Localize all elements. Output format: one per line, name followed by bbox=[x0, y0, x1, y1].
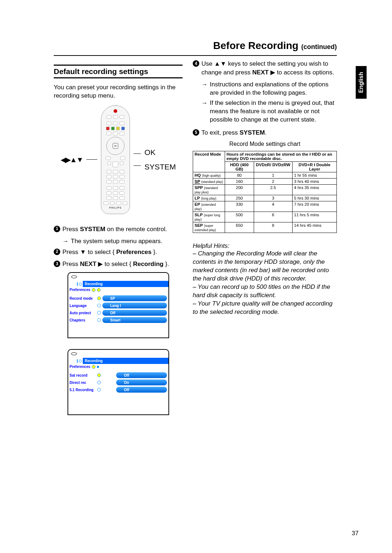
tab-recording: Recording bbox=[83, 358, 168, 364]
ok-button-label: OK bbox=[144, 148, 176, 157]
menu-value-pill: Off bbox=[102, 310, 167, 316]
step-badge-2: 2 bbox=[54, 249, 60, 255]
step-badge-1: 1 bbox=[54, 226, 60, 232]
cell-dvd: 3 bbox=[254, 195, 292, 201]
table-row: HQ (high quality) 80 1 1 hr 55 mins bbox=[193, 172, 337, 179]
step-3-text-c: ▶ to select { bbox=[97, 261, 133, 267]
step-4-result-1: → Instructions and explanations of the o… bbox=[201, 81, 337, 97]
menu-label: Sat record bbox=[70, 373, 96, 377]
record-mode-table: Record Mode Hours of recordings can be s… bbox=[193, 151, 337, 233]
cell-dvd: 2 bbox=[254, 179, 292, 185]
node-icon bbox=[97, 373, 101, 377]
menu-row: Sat record Off bbox=[70, 372, 167, 378]
page-title-main: Before Recording bbox=[213, 40, 298, 51]
step-4-result-2: → If the selection in the menu is greyed… bbox=[201, 99, 337, 124]
cell-dl: 3 hrs 40 mins bbox=[293, 179, 337, 185]
step-4-text-c: ▶ to access its options. bbox=[269, 69, 334, 76]
cell-dvd: 8 bbox=[254, 222, 292, 233]
cell-hdd: 250 bbox=[225, 195, 254, 201]
node-icon bbox=[92, 365, 95, 369]
table-row: SLP (super long play) 500 6 11 hrs 5 min… bbox=[193, 212, 337, 222]
step-1-sub: The system setup menu appears. bbox=[71, 237, 162, 246]
intro-text: You can preset your recording settings i… bbox=[54, 83, 183, 100]
table-row: SP (standard play) 160 2 3 hrs 40 mins bbox=[193, 179, 337, 185]
hints-heading: Helpful Hints: bbox=[193, 242, 337, 250]
step-1-system: SYSTEM bbox=[80, 226, 105, 233]
step-1-result: → The system setup menu appears. bbox=[62, 237, 183, 246]
cell-hdd: 650 bbox=[225, 222, 254, 233]
arrow-icon: → bbox=[201, 99, 208, 124]
cell-mode: LP (long play) bbox=[193, 195, 225, 201]
step-4-sub2: If the selection in the menu is greyed o… bbox=[210, 99, 337, 124]
tab-recording: Recording bbox=[83, 281, 168, 287]
title-rule bbox=[54, 55, 337, 56]
step-3-next: NEXT bbox=[80, 261, 96, 267]
remote-illustration: ◀▶▲▼ OK bbox=[54, 105, 183, 214]
menu-screenshot-2: Recording Preferences Sat record OffDire… bbox=[68, 349, 169, 415]
cell-hdd: 160 bbox=[225, 179, 254, 185]
step-4-sub1: Instructions and explanations of the opt… bbox=[210, 81, 337, 97]
table-header-mode: Record Mode bbox=[193, 151, 225, 172]
cell-mode: SLP (super long play) bbox=[193, 212, 225, 222]
menu-row: 5.1 Recording Off bbox=[70, 387, 167, 393]
step-badge-4: 4 bbox=[193, 60, 199, 67]
step-3-recording: Recording bbox=[133, 261, 163, 267]
hint-2: – You can record up to 500 titles on the… bbox=[193, 283, 337, 300]
step-1-text-c: on the remote control. bbox=[105, 226, 167, 233]
step-2: 2 Press ▼ to select { Preferences }. bbox=[54, 248, 183, 257]
col-hdd: HDD (400 GB) bbox=[225, 162, 254, 172]
table-row: LP (long play) 250 3 5 hrs 30 mins bbox=[193, 195, 337, 201]
menu-row: Record mode SP bbox=[70, 295, 167, 301]
arrow-icon: → bbox=[201, 81, 208, 97]
menu-row: Chapters Smart bbox=[70, 317, 167, 323]
menu-value-pill: Smart bbox=[102, 317, 167, 323]
step-1-text-a: Press bbox=[62, 226, 80, 233]
step-3-text-a: Press bbox=[62, 261, 80, 267]
cell-hdd: 80 bbox=[225, 172, 254, 179]
col-dl: DVD+R ł Double Layer bbox=[293, 162, 337, 172]
menu-row: Direct rec On bbox=[70, 380, 167, 385]
remote-control-icon: OK PHILIPS bbox=[101, 105, 130, 214]
cell-dvd: 1 bbox=[254, 172, 292, 179]
cell-dl: 7 hrs 20 mins bbox=[293, 201, 337, 212]
node-selected-icon bbox=[97, 288, 101, 292]
cell-dl: 4 hrs 35 mins bbox=[293, 185, 337, 195]
step-1: 1 Press SYSTEM on the remote control. bbox=[54, 225, 183, 234]
node-icon bbox=[92, 288, 95, 292]
step-5-system: SYSTEM bbox=[240, 129, 265, 136]
power-icon bbox=[71, 352, 77, 355]
page-content: Before Recording (continued) Default rec… bbox=[54, 40, 337, 426]
menu-label: Language bbox=[70, 304, 96, 308]
system-button-label: SYSTEM bbox=[144, 163, 176, 171]
node-icon bbox=[97, 296, 101, 300]
table-row: SPP (standard play plus) 200 2.5 4 hrs 3… bbox=[193, 185, 337, 195]
menu-value-pill: Lang I bbox=[102, 303, 167, 308]
step-3-text-e: }. bbox=[163, 261, 169, 267]
menu-row: Language Lang I bbox=[70, 303, 167, 308]
menu-value-pill: Off bbox=[116, 387, 167, 393]
page-title: Before Recording (continued) bbox=[54, 40, 337, 52]
cell-dvd: 6 bbox=[254, 212, 292, 222]
step-4: 4 Use ▲▼ keys to select the setting you … bbox=[193, 60, 337, 77]
node-icon bbox=[97, 388, 101, 392]
step-badge-5: 5 bbox=[193, 129, 199, 136]
col-dvd: DVD±R/ DVD±RW bbox=[254, 162, 292, 172]
step-5-text-c: . bbox=[265, 129, 267, 136]
menu-value-pill: SP bbox=[102, 295, 167, 301]
cell-dvd: 2.5 bbox=[254, 185, 292, 195]
menu-value-pill: Off bbox=[116, 372, 167, 378]
node-icon bbox=[97, 318, 101, 322]
hint-1: – Changing the Recording Mode will clear… bbox=[193, 250, 337, 283]
menu-screenshot-1: Recording Preferences Record mode SPLang… bbox=[68, 272, 169, 338]
node-icon bbox=[97, 381, 101, 384]
power-icon bbox=[71, 275, 77, 278]
cell-dl: 5 hrs 30 mins bbox=[293, 195, 337, 201]
cell-mode: HQ (high quality) bbox=[193, 172, 225, 179]
menu-label: Direct rec bbox=[70, 381, 96, 385]
cell-mode: SP (standard play) bbox=[193, 179, 225, 185]
preferences-label: Preferences bbox=[70, 288, 90, 292]
menu-label: Record mode bbox=[70, 296, 96, 300]
arrow-icon: → bbox=[62, 237, 69, 246]
dot-icon bbox=[97, 366, 99, 368]
menu-value-pill: On bbox=[116, 380, 167, 385]
